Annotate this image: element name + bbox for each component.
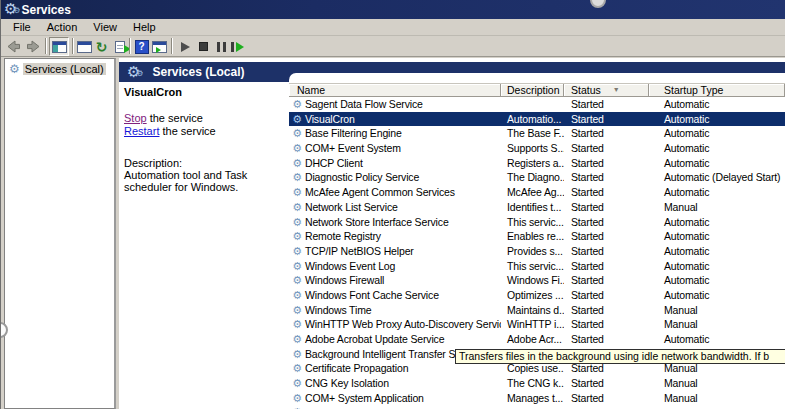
- title-bar[interactable]: ⚙⚙ Services: [1, 0, 785, 19]
- toolbar-separator: [72, 38, 74, 54]
- stop-service-link[interactable]: Stop: [124, 112, 147, 124]
- restart-service-link[interactable]: Restart: [124, 125, 159, 137]
- service-name-cell: ⚙Diagnostic Policy Service: [289, 170, 501, 185]
- column-header-label: Startup Type: [664, 84, 723, 96]
- extended-view-icon[interactable]: [151, 38, 168, 55]
- service-startup-type: Automatic: [649, 259, 785, 274]
- service-status: Started: [564, 200, 649, 215]
- table-row[interactable]: ⚙CNG Key IsolationThe CNG k...StartedMan…: [289, 376, 785, 391]
- column-header-name[interactable]: Name: [289, 84, 501, 97]
- service-status: Started: [564, 215, 649, 230]
- back-icon[interactable]: [5, 38, 22, 55]
- restart-link-suffix: the service: [159, 125, 215, 137]
- menu-action[interactable]: Action: [39, 20, 86, 34]
- service-name-cell: ⚙VisualCron: [289, 112, 501, 127]
- table-row[interactable]: ⚙Windows Event LogThis servic...StartedA…: [289, 259, 785, 274]
- table-row[interactable]: ⚙Windows TimeMaintains d...StartedManual: [289, 303, 785, 318]
- service-gear-icon: ⚙: [291, 405, 303, 409]
- refresh-icon[interactable]: ↻: [93, 38, 110, 55]
- services-window: ⚙⚙ Services File Action View Help ↻: [0, 0, 785, 409]
- service-name: TCP/IP NetBIOS Helper: [305, 244, 414, 259]
- service-gear-icon: ⚙: [291, 303, 303, 318]
- stop-service-icon[interactable]: [195, 38, 212, 55]
- service-name: Diagnostic Policy Service: [305, 170, 419, 185]
- service-startup-type: Automatic: [649, 215, 785, 230]
- restart-service-icon[interactable]: [229, 38, 246, 55]
- service-startup-type: Automatic: [649, 156, 785, 171]
- table-row[interactable]: ⚙Sagent Data Flow ServiceStartedAutomati…: [289, 97, 785, 112]
- column-header-status[interactable]: Status▼: [564, 84, 649, 97]
- service-gear-icon: ⚙: [291, 200, 303, 215]
- table-row[interactable]: ⚙COM+ Event SystemSupports S...StartedAu…: [289, 141, 785, 156]
- menu-help[interactable]: Help: [125, 20, 164, 34]
- service-gear-icon: ⚙: [291, 391, 303, 406]
- table-row[interactable]: ⚙Windows Font Cache ServiceOptimizes ...…: [289, 288, 785, 303]
- table-row[interactable]: ⚙COM+ System ApplicationManages t...Star…: [289, 391, 785, 406]
- top-notch-artifact: [590, 0, 606, 8]
- service-gear-icon: ⚙: [291, 112, 303, 127]
- stop-service-line: Stop the service: [124, 112, 203, 124]
- service-gear-icon: ⚙: [291, 376, 303, 391]
- table-row[interactable]: ⚙Windows FirewallWindows Fi...StartedAut…: [289, 273, 785, 288]
- service-gear-icon: ⚙: [291, 185, 303, 200]
- table-row[interactable]: ⚙TCP/IP NetBIOS HelperProvides s...Start…: [289, 244, 785, 259]
- service-name: VisualCron: [305, 112, 355, 127]
- service-name-cell: ⚙WinHTTP Web Proxy Auto-Discovery Servic…: [289, 317, 501, 332]
- services-gear-icon: ⚙⚙: [4, 1, 17, 16]
- forward-icon[interactable]: [25, 38, 42, 55]
- service-description: Identifies t...: [501, 200, 564, 215]
- table-row[interactable]: ⚙McAfee Agent Common ServicesMcAfee Ag..…: [289, 185, 785, 200]
- table-row[interactable]: ⚙Diagnostic Policy ServiceThe Diagno...S…: [289, 170, 785, 185]
- service-description: This servic...: [501, 215, 564, 230]
- pause-service-icon[interactable]: [213, 38, 230, 55]
- service-description: WinHTTP i...: [501, 317, 564, 332]
- service-startup-type: Automatic: [649, 288, 785, 303]
- service-description: [501, 405, 564, 409]
- table-row[interactable]: ⚙DHCP ClientRegisters a...StartedAutomat…: [289, 156, 785, 171]
- service-description: Supports S...: [501, 141, 564, 156]
- tree-item-services-local[interactable]: ⚙ Services (Local): [9, 62, 114, 76]
- service-startup-type: Manual: [649, 303, 785, 318]
- service-description: Adobe Acr...: [501, 332, 564, 347]
- service-gear-icon: ⚙: [291, 156, 303, 171]
- list-header: Name Description Status▼ Startup Type: [289, 83, 785, 97]
- start-service-icon[interactable]: [177, 38, 194, 55]
- table-row[interactable]: ⚙VisualCronAutomatio...StartedAutomatic: [289, 112, 785, 127]
- service-name-cell: ⚙COM+ System Application: [289, 391, 501, 406]
- services-pane: ⚙⚙ Services (Local) VisualCron Stop the …: [119, 58, 785, 409]
- column-header-description[interactable]: Description: [501, 84, 564, 97]
- table-row[interactable]: ⚙Remote RegistryEnables re...StartedAuto…: [289, 229, 785, 244]
- service-description: Windows Fi...: [501, 273, 564, 288]
- help-icon[interactable]: ?: [133, 38, 150, 55]
- menu-file[interactable]: File: [5, 20, 39, 34]
- service-startup-type: Manual: [649, 317, 785, 332]
- show-console-tree-icon[interactable]: [49, 37, 69, 56]
- table-row[interactable]: ⚙Network Store Interface ServiceThis ser…: [289, 215, 785, 230]
- pane-header-title: Services (Local): [152, 65, 244, 79]
- table-row[interactable]: ⚙: [289, 405, 785, 409]
- toolbar-separator: [45, 38, 47, 54]
- service-name: Windows Time: [305, 303, 371, 318]
- service-name: Remote Registry: [305, 229, 381, 244]
- service-name: Windows Firewall: [305, 273, 384, 288]
- table-row[interactable]: ⚙Base Filtering EngineThe Base F...Start…: [289, 126, 785, 141]
- tooltip: Transfers files in the background using …: [455, 349, 785, 364]
- service-status: Started: [564, 126, 649, 141]
- service-name: COM+ Event System: [305, 141, 401, 156]
- service-status: Started: [564, 141, 649, 156]
- service-status: Started: [564, 303, 649, 318]
- menu-view[interactable]: View: [85, 20, 125, 34]
- service-name: WinHTTP Web Proxy Auto-Discovery Service: [305, 317, 501, 332]
- service-gear-icon: ⚙: [291, 332, 303, 347]
- export-list-icon[interactable]: [111, 38, 128, 55]
- service-description: Automatio...: [501, 112, 564, 127]
- column-header-startup-type[interactable]: Startup Type: [649, 84, 785, 97]
- service-status: [564, 405, 649, 409]
- service-description: The Diagno...: [501, 170, 564, 185]
- service-startup-type: Automatic: [649, 141, 785, 156]
- table-row[interactable]: ⚙WinHTTP Web Proxy Auto-Discovery Servic…: [289, 317, 785, 332]
- table-row[interactable]: ⚙Adobe Acrobat Update ServiceAdobe Acr..…: [289, 332, 785, 347]
- service-name-cell: ⚙CNG Key Isolation: [289, 376, 501, 391]
- table-row[interactable]: ⚙Network List ServiceIdentifies t...Star…: [289, 200, 785, 215]
- properties-icon[interactable]: [76, 38, 93, 55]
